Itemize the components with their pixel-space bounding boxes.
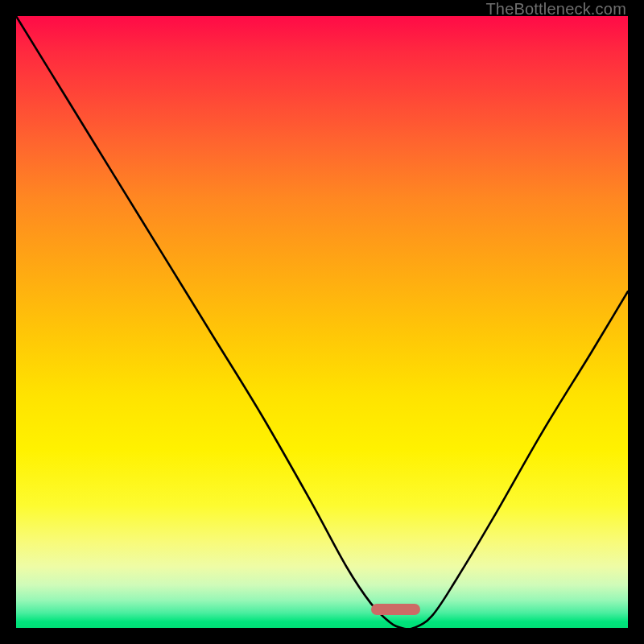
curve-svg	[16, 16, 628, 628]
optimal-marker	[371, 604, 420, 615]
bottleneck-curve-line	[16, 16, 628, 628]
plot-area	[16, 16, 628, 628]
chart-frame: TheBottleneck.com	[0, 0, 644, 644]
